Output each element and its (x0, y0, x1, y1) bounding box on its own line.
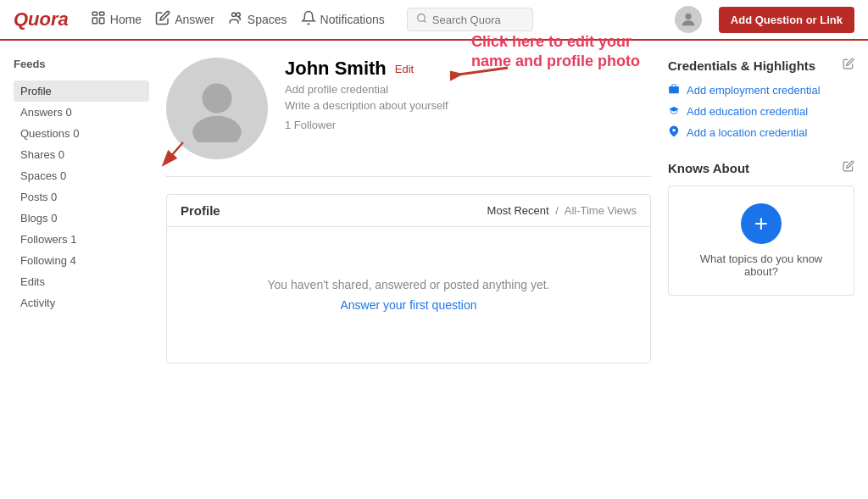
nav-answer[interactable]: Answer (150, 0, 220, 41)
svg-point-8 (685, 14, 691, 19)
spaces-icon (228, 10, 243, 29)
center-content: John Smith Edit Add profile credential W… (166, 58, 651, 363)
search-box[interactable] (407, 8, 533, 31)
profile-header: John Smith Edit Add profile credential W… (166, 58, 651, 177)
location-label: Add a location credential (687, 126, 807, 139)
knows-about-section: Knows About + What topics do you know ab… (668, 160, 854, 296)
location-credential[interactable]: Add a location credential (668, 125, 854, 140)
content-area: Profile Most Recent / All-Time Views You… (166, 194, 651, 363)
sidebar-item-questions-label: Questions 0 (20, 127, 79, 140)
user-name: John Smith (285, 58, 387, 80)
pencil-icon (155, 10, 170, 29)
education-credential[interactable]: Add education credential (668, 104, 854, 119)
sidebar-item-activity-label: Activity (20, 297, 55, 309)
quora-logo[interactable]: Quora (14, 8, 69, 30)
credentials-title: Credentials & Highlights (668, 58, 815, 73)
nav-notifications[interactable]: Notifications (296, 0, 390, 41)
svg-point-9 (202, 83, 231, 113)
main-layout: Feeds Profile Answers 0 Questions 0 Shar… (0, 41, 868, 380)
svg-rect-3 (99, 18, 103, 24)
nav-spaces-label: Spaces (248, 13, 287, 26)
header: Quora Home Answer Spaces Notifications (0, 0, 868, 41)
employment-icon (668, 83, 680, 97)
feeds-label: Feeds (14, 58, 149, 74)
svg-rect-2 (92, 18, 97, 24)
nav-spaces[interactable]: Spaces (223, 0, 292, 41)
answer-first-question-link[interactable]: Answer your first question (184, 298, 633, 312)
sidebar-item-blogs[interactable]: Blogs 0 (14, 208, 149, 229)
employment-credential[interactable]: Add employment credential (668, 83, 854, 97)
credentials-section: Credentials & Highlights Add employment … (668, 58, 854, 140)
employment-label: Add employment credential (687, 84, 821, 97)
sidebar-item-posts-label: Posts 0 (20, 191, 57, 203)
credentials-header: Credentials & Highlights (668, 58, 854, 73)
nav-notifications-label: Notifications (320, 13, 385, 26)
nav-answer-label: Answer (175, 13, 214, 26)
add-topic-button[interactable]: + (741, 203, 782, 244)
sidebar-item-profile[interactable]: Profile (14, 80, 149, 102)
sort-most-recent[interactable]: Most Recent (487, 204, 549, 217)
svg-point-5 (236, 13, 241, 17)
sidebar-item-following[interactable]: Following 4 (14, 250, 149, 271)
knows-about-header: Knows About (668, 160, 854, 175)
sidebar-item-answers-label: Answers 0 (20, 106, 72, 119)
sidebar-item-questions[interactable]: Questions 0 (14, 123, 149, 144)
profile-info: John Smith Edit Add profile credential W… (285, 58, 651, 131)
sort-all-time[interactable]: All-Time Views (565, 204, 637, 217)
knows-about-title: Knows About (668, 161, 749, 175)
svg-rect-1 (99, 12, 103, 15)
sidebar-item-spaces-label: Spaces 0 (20, 169, 66, 182)
svg-rect-0 (92, 12, 97, 15)
home-icon (91, 10, 106, 29)
credentials-edit-icon[interactable] (843, 58, 854, 73)
credential-line[interactable]: Add profile credential (285, 83, 651, 96)
search-input[interactable] (432, 14, 524, 26)
sidebar-item-shares-label: Shares 0 (20, 148, 64, 161)
sidebar-item-shares[interactable]: Shares 0 (14, 144, 149, 165)
follower-count: 1 Follower (285, 119, 651, 131)
svg-point-4 (231, 13, 236, 17)
svg-point-13 (672, 129, 676, 132)
user-avatar-button[interactable] (675, 6, 702, 33)
sidebar-item-spaces[interactable]: Spaces 0 (14, 165, 149, 186)
sidebar-item-blogs-label: Blogs 0 (20, 212, 57, 225)
sidebar-item-edits-label: Edits (20, 275, 45, 288)
search-icon (416, 13, 427, 26)
sort-divider: / (555, 204, 559, 217)
nav-home-label: Home (110, 13, 142, 26)
nav-home[interactable]: Home (86, 0, 147, 41)
sidebar-item-edits[interactable]: Edits (14, 271, 149, 292)
edit-profile-link[interactable]: Edit (395, 63, 414, 75)
svg-point-6 (417, 14, 425, 22)
sidebar-item-profile-label: Profile (20, 85, 52, 97)
education-label: Add education credential (687, 105, 808, 118)
sidebar-item-followers[interactable]: Followers 1 (14, 229, 149, 250)
knows-about-box: + What topics do you know about? (668, 186, 854, 296)
knows-about-edit-icon[interactable] (843, 160, 854, 175)
sidebar-item-followers-label: Followers 1 (20, 233, 76, 246)
sidebar-item-activity[interactable]: Activity (14, 292, 149, 313)
svg-line-11 (164, 142, 183, 164)
svg-line-7 (424, 20, 426, 22)
profile-avatar[interactable] (166, 58, 268, 159)
bell-icon (301, 10, 316, 29)
sidebar-item-following-label: Following 4 (20, 254, 76, 267)
location-icon (668, 125, 680, 140)
content-title: Profile (181, 203, 220, 218)
name-row: John Smith Edit (285, 58, 651, 80)
empty-text: You haven't shared, answered or posted a… (184, 278, 633, 291)
sort-options: Most Recent / All-Time Views (487, 204, 637, 217)
description-line[interactable]: Write a description about yourself (285, 99, 651, 112)
svg-line-12 (459, 68, 508, 75)
education-icon (668, 104, 680, 119)
content-header: Profile Most Recent / All-Time Views (167, 195, 650, 227)
knows-about-text: What topics do you know about? (686, 252, 837, 278)
main-nav: Home Answer Spaces Notifications (86, 0, 390, 39)
sidebar-item-posts[interactable]: Posts 0 (14, 186, 149, 208)
empty-state: You haven't shared, answered or posted a… (167, 227, 650, 363)
left-sidebar: Feeds Profile Answers 0 Questions 0 Shar… (14, 58, 149, 363)
profile-wrapper: John Smith Edit Add profile credential W… (166, 58, 651, 363)
sidebar-item-answers[interactable]: Answers 0 (14, 102, 149, 123)
add-question-button[interactable]: Add Question or Link (719, 7, 854, 33)
svg-point-10 (192, 116, 242, 142)
